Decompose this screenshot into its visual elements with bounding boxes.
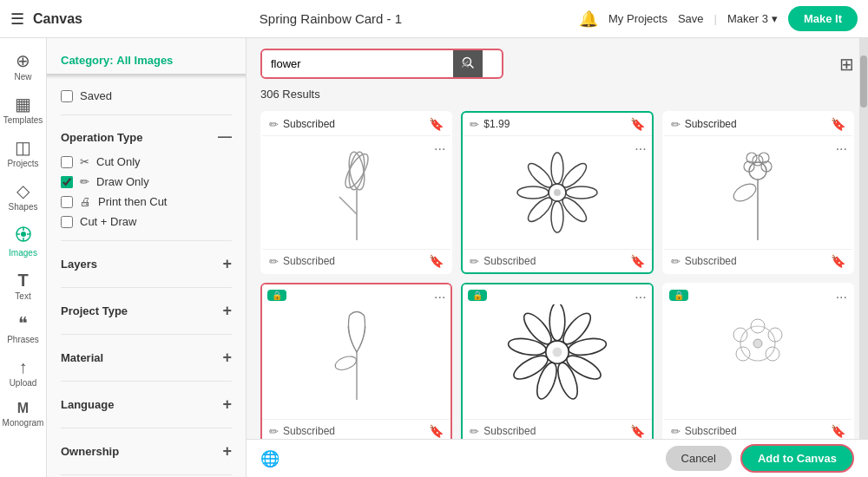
print-then-cut-checkbox[interactable] [61,196,73,208]
card6-image-area: 🔒 ··· [664,284,852,419]
card4-bottom-label: Subscribed [283,425,335,437]
cut-draw-option: Cut + Draw [61,212,232,232]
svg-point-47 [766,347,779,361]
printer-icon: 🖨 [80,195,91,208]
bookmark-icon[interactable]: 🔖 [429,117,444,131]
bookmark-icon[interactable]: 🔖 [831,117,845,131]
sidebar-item-upload[interactable]: ↑ Upload [0,351,46,395]
card1-more-icon[interactable]: ··· [434,141,445,157]
sidebar-item-monogram[interactable]: M Monogram [0,395,46,435]
card6-bottom-bookmark[interactable]: 🔖 [831,424,845,438]
sidebar-item-shapes[interactable]: ◇ Shapes [0,175,46,219]
collapse-operation-type-button[interactable]: — [218,129,232,145]
filter-panel: Category: All Images Saved Operation Typ… [47,38,247,477]
print-then-cut-option: 🖨 Print then Cut [61,192,232,212]
search-input-wrap: ✕ [260,49,503,79]
topbar: ☰ Canvas Spring Rainbow Card - 1 🔔 My Pr… [0,0,868,38]
card3-bottom-edit-icon: ✏ [671,255,681,268]
card3-price: Subscribed [685,118,737,130]
svg-point-24 [731,180,759,205]
svg-line-7 [470,65,474,69]
bottom-bar: 🌐 Cancel Add to Canvas [247,439,868,477]
chevron-down-icon: ▾ [772,12,778,25]
edit-icon: ✏ [671,118,681,131]
card5-more-icon[interactable]: ··· [635,290,646,305]
image-card-1: ✏ Subscribed 🔖 ··· [260,111,452,274]
grid-view-button[interactable]: ⊞ [839,54,854,75]
scroll-indicator [47,74,246,79]
right-scrollbar[interactable] [859,38,868,439]
topbar-right: 🔔 My Projects Save | Maker 3 ▾ Make It [579,6,858,31]
card1-image-area: ··· [262,136,450,249]
svg-point-40 [507,336,547,357]
edit-icon: ✏ [269,118,279,131]
cut-draw-checkbox[interactable] [61,216,73,228]
maker-selector[interactable]: Maker 3 ▾ [727,12,778,25]
content-area: ✕ ⊞ 306 Results [247,38,868,477]
card4-more-icon[interactable]: ··· [434,290,445,305]
image-card-3: ✏ Subscribed 🔖 ··· [662,111,854,274]
svg-point-15 [566,186,597,199]
saved-checkbox[interactable] [61,90,73,102]
card5-bottom-bookmark[interactable]: 🔖 [630,424,645,438]
svg-point-1 [21,232,26,237]
card2-bottom-label: Subscribed [483,255,536,267]
notification-bell-icon[interactable]: 🔔 [579,10,598,29]
scrollbar-thumb [860,56,867,108]
layers-section[interactable]: Layers + [47,246,246,282]
search-clear-icon[interactable]: ✕ [460,57,470,71]
projects-icon: ◫ [15,139,31,156]
card3-more-icon[interactable]: ··· [836,141,847,157]
expand-layers-icon: + [222,255,232,273]
globe-icon[interactable]: 🌐 [260,449,279,468]
add-to-canvas-button[interactable]: Add to Canvas [740,444,854,473]
images-icon [15,225,32,245]
sidebar-item-text[interactable]: T Text [0,265,46,308]
card2-more-icon[interactable]: ··· [635,141,646,157]
card3-bottom-bookmark[interactable]: 🔖 [831,254,845,268]
sidebar-icons: ⊕ New ▦ Templates ◫ Projects ◇ Shapes [0,38,47,477]
card6-more-icon[interactable]: ··· [836,290,847,305]
project-type-section[interactable]: Project Type + [47,293,246,329]
svg-point-13 [551,153,563,184]
draw-only-checkbox[interactable] [61,176,73,188]
make-it-button[interactable]: Make It [788,6,858,31]
sidebar-item-images[interactable]: Images [0,219,46,265]
monogram-icon: M [17,402,29,415]
material-section[interactable]: Material + [47,340,246,376]
expand-material-icon: + [222,349,232,367]
svg-point-43 [552,347,562,356]
sidebar-item-new[interactable]: ⊕ New [0,45,46,88]
card2-bottom-bookmark[interactable]: 🔖 [630,254,645,268]
ownership-section[interactable]: Ownership + [47,434,246,469]
card4-bottom-bookmark[interactable]: 🔖 [429,424,444,438]
expand-language-icon: + [222,395,232,414]
bookmark-icon[interactable]: 🔖 [630,117,645,131]
save-link[interactable]: Save [678,12,704,25]
svg-point-17 [551,201,563,232]
card2-bottom-edit-icon: ✏ [470,255,479,268]
card1-bottom-label: Subscribed [283,255,335,267]
sidebar-item-templates[interactable]: ▦ Templates [0,88,46,132]
search-input[interactable] [262,51,453,76]
svg-point-37 [554,360,582,400]
svg-point-33 [549,304,565,341]
card5-image-area: 🔒 ··· [463,284,651,419]
my-projects-link[interactable]: My Projects [608,12,667,25]
card2-image-area: ··· [463,136,651,249]
cut-only-checkbox[interactable] [61,156,73,168]
svg-point-48 [736,347,750,361]
document-title: Spring Rainbow Card - 1 [91,11,570,26]
language-section[interactable]: Language + [47,387,246,422]
cancel-button[interactable]: Cancel [666,446,732,471]
sidebar-item-phrases[interactable]: ❝ Phrases [0,308,46,351]
card1-bottom-bookmark[interactable]: 🔖 [429,254,444,268]
sidebar-item-projects[interactable]: ◫ Projects [0,132,46,175]
card6-bottom-edit-icon: ✏ [671,425,681,438]
card4-bottom-edit-icon: ✏ [269,425,279,438]
results-count: 306 Results [260,88,854,101]
menu-icon[interactable]: ☰ [10,10,24,29]
svg-point-22 [554,189,561,196]
card3-bottom-label: Subscribed [685,255,737,267]
shapes-icon: ◇ [16,182,30,199]
